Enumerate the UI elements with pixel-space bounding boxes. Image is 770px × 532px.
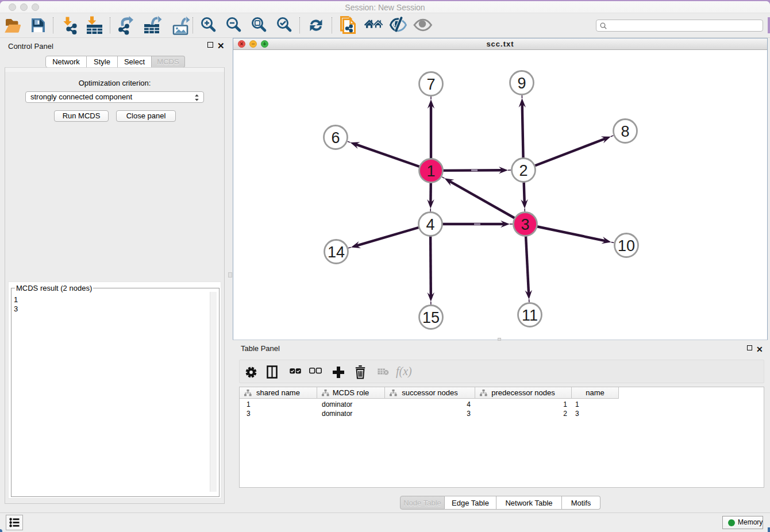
svg-text:15: 15 bbox=[422, 309, 440, 326]
svg-text:3: 3 bbox=[521, 216, 529, 233]
svg-text:9: 9 bbox=[517, 75, 526, 92]
svg-text:4: 4 bbox=[426, 216, 434, 233]
svg-text:1: 1 bbox=[426, 163, 435, 180]
svg-text:11: 11 bbox=[522, 307, 538, 324]
svg-text:10: 10 bbox=[618, 237, 635, 255]
svg-text:6: 6 bbox=[331, 129, 340, 147]
svg-text:14: 14 bbox=[328, 244, 345, 261]
svg-text:7: 7 bbox=[426, 76, 435, 93]
svg-text:2: 2 bbox=[519, 162, 528, 179]
svg-text:8: 8 bbox=[621, 123, 629, 140]
